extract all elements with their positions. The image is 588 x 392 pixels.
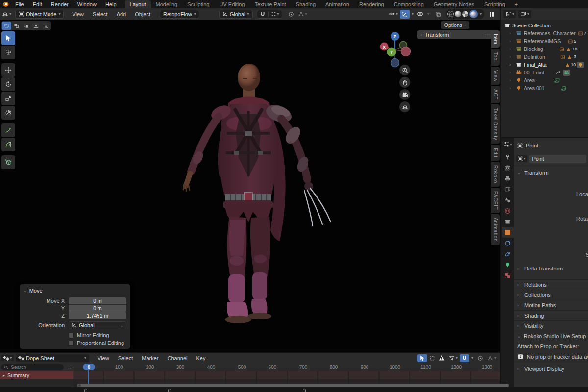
dopesheet-menu-marker[interactable]: Marker — [137, 355, 163, 361]
sidebar-tab-view[interactable]: View — [491, 67, 500, 85]
tab-object-data[interactable] — [502, 259, 514, 270]
menu-render[interactable]: Render — [47, 1, 73, 7]
options-dropdown[interactable]: Options▾ — [441, 21, 469, 29]
tab-physics[interactable] — [502, 248, 514, 259]
menu-edit[interactable]: Edit — [28, 1, 47, 7]
tool-annotate[interactable] — [1, 123, 15, 137]
only-selected-toggle[interactable] — [417, 354, 427, 362]
shading-rendered-button[interactable] — [469, 10, 478, 18]
panel-collapse-icon[interactable]: ⌄ — [24, 289, 27, 293]
workspace-tab-sculpting[interactable]: Sculpting — [182, 0, 214, 8]
panel-visibility-header[interactable]: ›Visibility — [514, 320, 588, 331]
select-mode-invert[interactable] — [31, 22, 41, 30]
show-hidden-toggle[interactable] — [427, 354, 437, 362]
dopesheet-editor-type-button[interactable]: ▾ — [1, 355, 14, 361]
shading-solid-button[interactable] — [455, 11, 461, 17]
expand-chevron[interactable]: › — [509, 31, 514, 36]
tab-object[interactable] — [502, 227, 514, 238]
viewport-menu-object[interactable]: Object — [130, 11, 155, 17]
tool-transform[interactable] — [1, 106, 15, 120]
expand-channels-button[interactable]: ↔ — [65, 364, 74, 370]
timeline-scrollbar[interactable] — [77, 384, 509, 387]
viewport-menu-select[interactable]: Select — [88, 11, 112, 17]
move-operator-panel[interactable]: ⌄ Move Move X 0 m Y 0 m Z 1.7451 m Orien… — [20, 284, 130, 349]
mirror-editing-checkbox[interactable] — [69, 333, 74, 338]
visibility-dropdown[interactable]: ▾ — [387, 11, 400, 17]
dopesheet-menu-key[interactable]: Key — [192, 355, 210, 361]
overlays-toggle[interactable] — [416, 10, 425, 19]
proportional-falloff-dropdown[interactable]: ▾ — [296, 11, 309, 17]
viewport-menu-add[interactable]: Add — [112, 11, 131, 17]
menu-file[interactable]: File — [11, 1, 28, 7]
viewport-menu-view[interactable]: View — [68, 11, 88, 17]
menu-help[interactable]: Help — [101, 1, 121, 7]
workspace-tab-geometry-nodes[interactable]: Geometry Nodes — [429, 0, 479, 8]
workspace-tab-modeling[interactable]: Modeling — [151, 0, 183, 8]
overlays-dropdown[interactable]: ▾ — [425, 12, 431, 16]
dopesheet-snap-toggle[interactable] — [460, 354, 469, 362]
dopesheet-falloff-dropdown[interactable]: ▾ — [485, 355, 498, 361]
tool-select-box[interactable] — [1, 31, 15, 45]
workspace-tab-shading[interactable]: Shading — [291, 0, 320, 8]
shading-dropdown[interactable]: ▾ — [479, 12, 483, 16]
camera-view-button[interactable] — [399, 89, 410, 100]
expand-chevron[interactable]: › — [509, 47, 514, 51]
tool-scale[interactable] — [1, 92, 15, 105]
current-frame-indicator[interactable]: 0 — [83, 364, 95, 370]
select-mode-extend[interactable] — [12, 22, 21, 30]
sidebar-tab-rokoko[interactable]: Rokoko — [491, 162, 500, 187]
tab-collection[interactable] — [502, 216, 514, 227]
panel-transform-header[interactable]: ⌄Transform — [514, 168, 588, 178]
workspace-tab-scripting[interactable]: Scripting — [479, 0, 510, 8]
dopesheet-menu-select[interactable]: Select — [114, 355, 138, 361]
transform-panel-header[interactable]: › Transform :::: — [417, 30, 495, 39]
gizmos-dropdown[interactable]: ▾ — [410, 12, 416, 16]
select-mode-intersect[interactable] — [41, 22, 50, 30]
tool-measure[interactable] — [1, 138, 15, 151]
outliner-row-scene-collection[interactable]: Scene Collection — [501, 22, 588, 29]
tab-tool[interactable] — [502, 151, 514, 162]
navigation-gizmo[interactable]: Z X Y — [378, 30, 412, 68]
shading-wireframe-button[interactable] — [447, 11, 454, 17]
workspace-tab-layout[interactable]: Layout — [125, 0, 151, 8]
menu-window[interactable]: Window — [73, 1, 101, 7]
xray-toggle[interactable] — [433, 10, 443, 19]
summary-expand-icon[interactable]: ▸ — [3, 373, 5, 378]
tab-scene[interactable] — [502, 195, 514, 205]
panel-collections-header[interactable]: ›Collections — [514, 290, 588, 300]
panel-viewport-display-header[interactable]: ›Viewport Display — [514, 364, 588, 374]
move-y-field[interactable]: 0 m — [69, 305, 126, 312]
dopesheet-proportional-toggle[interactable] — [475, 354, 485, 362]
expand-chevron[interactable]: › — [509, 62, 514, 67]
datablock-type-dropdown[interactable]: ▾ — [516, 155, 527, 162]
outliner-row-blocking[interactable]: › Blocking 18 — [501, 45, 588, 53]
tab-render[interactable] — [502, 162, 514, 173]
tool-add-cube[interactable] — [1, 155, 15, 169]
pause-button[interactable] — [486, 10, 498, 19]
sidebar-tab-tool[interactable]: Tool — [491, 49, 500, 65]
snap-settings-dropdown[interactable]: ▾ — [268, 11, 282, 17]
expand-chevron[interactable]: › — [509, 70, 514, 75]
snap-toggle[interactable] — [257, 11, 268, 17]
outliner-row-referenceimgs[interactable]: › ReferenceIMGS 5 — [501, 37, 588, 45]
outliner-row-definition[interactable]: › Definition 3 — [501, 53, 588, 61]
workspace-tab-uv-editing[interactable]: UV Editing — [214, 0, 249, 8]
sidebar-tab-texel-density[interactable]: Texel Density — [491, 104, 500, 144]
editor-type-button[interactable]: ▾ — [0, 11, 13, 17]
outliner-filter-button[interactable]: ▾ — [518, 10, 531, 18]
outliner-row-area-001[interactable]: › Area.001 — [501, 84, 588, 92]
gizmos-toggle[interactable] — [400, 10, 410, 19]
tab-constraints[interactable] — [502, 238, 514, 248]
panel-shading-header[interactable]: ›Shading — [514, 310, 588, 320]
tab-texture[interactable] — [502, 270, 514, 281]
sidebar-tab-item[interactable]: Item — [491, 30, 500, 48]
character-model[interactable] — [162, 29, 338, 323]
mode-dropdown[interactable]: Object Mode▾ — [15, 10, 64, 19]
workspace-tab-compositing[interactable]: Compositing — [389, 0, 429, 8]
workspace-tab-animation[interactable]: Animation — [320, 0, 354, 8]
perspective-button[interactable] — [399, 101, 410, 112]
select-mode-subtract[interactable] — [22, 22, 31, 30]
outliner-row-references-character[interactable]: › References_Character 7 — [501, 29, 588, 37]
sidebar-tab-faceit[interactable]: FACEIT — [491, 188, 500, 213]
panel-drag-dots[interactable]: :::: — [485, 33, 491, 37]
